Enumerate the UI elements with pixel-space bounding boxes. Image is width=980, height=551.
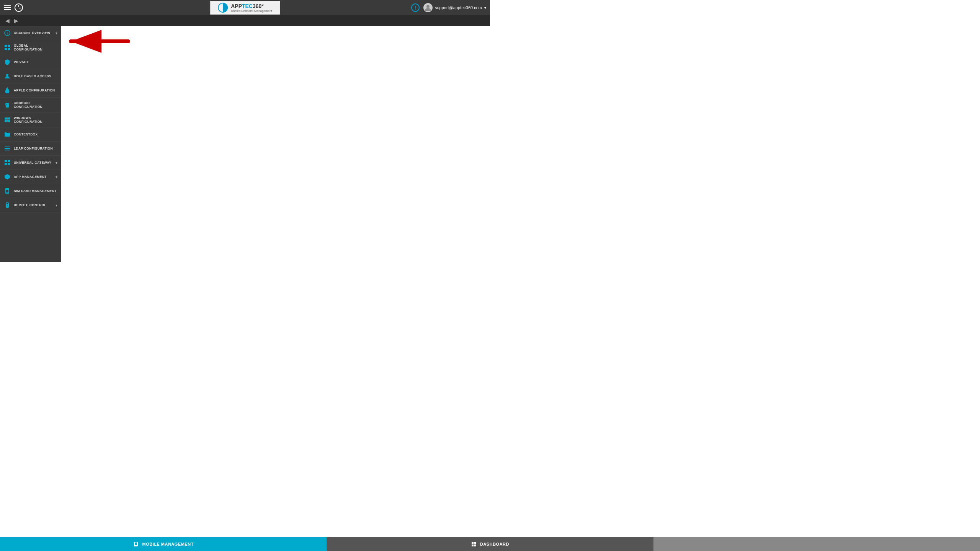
sidebar-label-role-based-access: ROLE BASED ACCESS: [14, 74, 57, 78]
svg-rect-15: [5, 150, 10, 150]
clock-icon[interactable]: [15, 3, 23, 12]
sidebar-item-global-configuration[interactable]: GLOBAL CONFIGURATION: [0, 40, 61, 55]
hamburger-icon[interactable]: [4, 5, 11, 10]
top-bar-center: APP TEC 360° Unified Endpoint Management: [210, 1, 280, 15]
svg-rect-14: [5, 148, 10, 149]
sidebar-label-apple-configuration: APPLE CONFIGURATION: [14, 88, 57, 92]
svg-text:i: i: [7, 31, 8, 35]
gateway-icon: [4, 159, 11, 166]
logo-subtitle: Unified Endpoint Management: [231, 9, 272, 13]
svg-rect-17: [8, 160, 10, 162]
sidebar-item-ldap-configuration[interactable]: LDAP CONFIGURATION: [0, 142, 61, 156]
sidebar-item-contentbox[interactable]: CONTENTBOX: [0, 127, 61, 142]
sidebar-item-account-overview[interactable]: i ACCOUNT OVERVIEW ▾: [0, 26, 61, 40]
sidebar: i ACCOUNT OVERVIEW ▾ GLOBAL CONFIGURATIO…: [0, 26, 61, 262]
content-area: [61, 26, 490, 262]
sidebar-label-contentbox: CONTENTBOX: [14, 132, 57, 136]
nav-back-button[interactable]: ◀: [4, 17, 11, 24]
sidebar-label-app-management: APP MANAGEMENT: [14, 175, 52, 179]
android-icon: [4, 101, 11, 108]
sidebar-item-windows-configuration[interactable]: WINDOWS CONFIGURATION: [0, 112, 61, 127]
nav-forward-button[interactable]: ▶: [13, 17, 20, 24]
top-bar-left: [4, 3, 23, 12]
svg-rect-13: [5, 147, 10, 147]
simcard-icon: [4, 187, 11, 194]
remote-icon: [4, 202, 11, 209]
sidebar-label-ldap-configuration: LDAP CONFIGURATION: [14, 147, 57, 150]
main-layout: i ACCOUNT OVERVIEW ▾ GLOBAL CONFIGURATIO…: [0, 26, 490, 262]
alert-icon[interactable]: !: [411, 3, 420, 12]
box-icon: [4, 173, 11, 180]
red-arrow-annotation: [61, 28, 136, 59]
svg-rect-23: [7, 203, 8, 204]
svg-rect-7: [8, 48, 10, 50]
sidebar-label-account-overview: ACCOUNT OVERVIEW: [14, 31, 52, 35]
top-bar-right: ! support@apptec360.com ▾: [411, 3, 486, 12]
svg-rect-6: [5, 48, 7, 50]
svg-point-11: [8, 104, 8, 105]
list-icon: [4, 145, 11, 152]
user-chevron-icon: ▾: [484, 6, 486, 10]
sidebar-label-universal-gateway: UNIVERSAL GATEWAY: [14, 161, 52, 165]
user-email: support@apptec360.com: [435, 5, 482, 10]
svg-point-1: [426, 5, 430, 8]
svg-point-24: [7, 205, 8, 206]
folder-icon: [4, 131, 11, 138]
sidebar-label-sim-card-management: SIM CARD MANAGEMENT: [14, 189, 57, 193]
sidebar-label-windows-configuration: WINDOWS CONFIGURATION: [14, 116, 57, 124]
account-overview-chevron-icon: ▾: [56, 31, 57, 35]
logo-name: APP: [231, 3, 242, 9]
sidebar-item-privacy[interactable]: PRIVACY: [0, 55, 61, 69]
svg-rect-18: [5, 163, 7, 165]
sidebar-item-remote-control[interactable]: REMOTE CONTROL ▾: [0, 198, 61, 212]
svg-rect-4: [5, 45, 7, 47]
universal-gateway-chevron-icon: ▾: [56, 161, 57, 165]
sidebar-label-remote-control: REMOTE CONTROL: [14, 203, 52, 207]
nav-bar: ◀ ▶: [0, 15, 490, 26]
user-info[interactable]: support@apptec360.com ▾: [423, 3, 486, 12]
shield-icon: [4, 59, 11, 65]
user-avatar: [423, 3, 433, 12]
person-icon: [4, 73, 11, 80]
sidebar-label-android-configuration: ANDROID CONFIGURATION: [14, 101, 57, 109]
sidebar-label-global-configuration: GLOBAL CONFIGURATION: [14, 44, 57, 51]
grid-icon: [4, 44, 11, 51]
svg-rect-16: [5, 160, 7, 162]
sidebar-label-privacy: PRIVACY: [14, 60, 57, 64]
svg-rect-5: [8, 45, 10, 47]
sidebar-item-role-based-access[interactable]: ROLE BASED ACCESS: [0, 69, 61, 83]
remote-control-chevron-icon: ▾: [56, 203, 57, 207]
logo-icon: [218, 3, 228, 13]
svg-point-10: [6, 104, 7, 105]
sidebar-item-app-management[interactable]: APP MANAGEMENT ▾: [0, 170, 61, 184]
sidebar-item-apple-configuration[interactable]: APPLE CONFIGURATION: [0, 83, 61, 98]
app-management-chevron-icon: ▾: [56, 175, 57, 179]
info-icon: i: [4, 29, 11, 36]
sidebar-item-android-configuration[interactable]: ANDROID CONFIGURATION: [0, 98, 61, 112]
sidebar-item-universal-gateway[interactable]: UNIVERSAL GATEWAY ▾: [0, 156, 61, 170]
sidebar-item-sim-card-management[interactable]: SIM CARD MANAGEMENT: [0, 184, 61, 198]
svg-rect-19: [8, 163, 10, 165]
top-bar: APP TEC 360° Unified Endpoint Management…: [0, 0, 490, 15]
windows-icon: [4, 116, 11, 123]
svg-rect-12: [5, 133, 10, 137]
svg-rect-9: [5, 104, 9, 105]
logo-name-360: 360°: [253, 3, 264, 9]
logo-name-tec: TEC: [242, 3, 253, 9]
svg-rect-21: [6, 190, 8, 192]
logo-container: APP TEC 360° Unified Endpoint Management: [210, 1, 280, 15]
apple-icon: [4, 87, 11, 94]
svg-point-8: [6, 74, 8, 76]
logo-text-block: APP TEC 360° Unified Endpoint Management: [231, 3, 272, 13]
